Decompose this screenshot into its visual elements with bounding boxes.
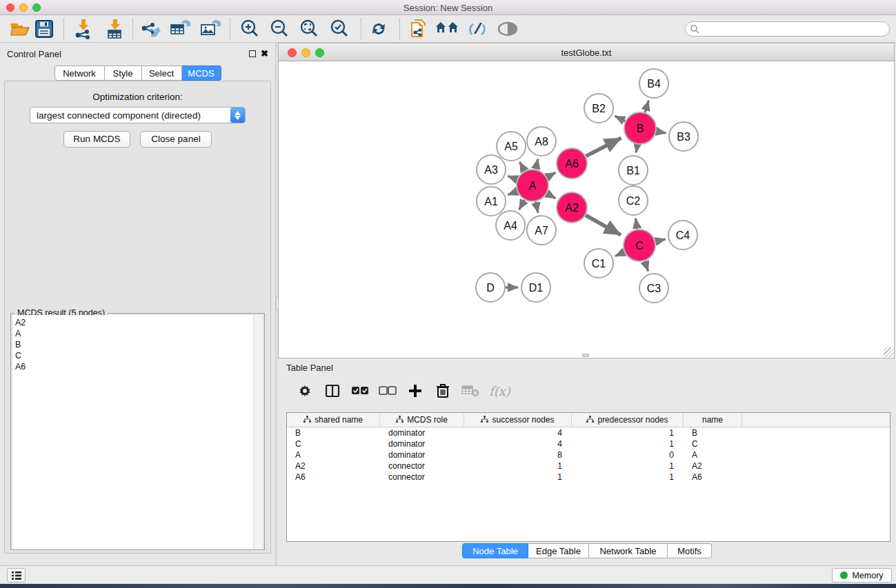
graph-node-C3[interactable]: C3: [639, 274, 668, 303]
deselect-all-rows-icon[interactable]: [379, 382, 397, 400]
graph-edge-B-B3[interactable]: [657, 131, 666, 133]
column-header-predecessor-nodes[interactable]: predecessor nodes: [572, 413, 684, 427]
search-input[interactable]: [699, 23, 889, 35]
graph-node-B2[interactable]: B2: [584, 94, 613, 123]
result-item[interactable]: A2: [15, 317, 254, 328]
mcds-result-list[interactable]: A2ABCA6: [12, 315, 255, 549]
graph-edge-A2-C[interactable]: [586, 215, 621, 235]
graph-edge-B-B1[interactable]: [636, 145, 637, 153]
table-row[interactable]: A2connector11A2: [287, 460, 890, 472]
graph-node-A[interactable]: A: [517, 170, 548, 201]
result-item[interactable]: A6: [15, 361, 254, 372]
result-item[interactable]: A: [15, 328, 254, 339]
close-panel-icon[interactable]: ✖: [261, 48, 268, 59]
graph-edge-A-A2[interactable]: [547, 194, 556, 199]
show-columns-icon[interactable]: [323, 382, 341, 400]
graph-node-A5[interactable]: A5: [497, 132, 526, 161]
close-panel-button[interactable]: Close panel: [140, 131, 212, 148]
graph-edge-B-B4[interactable]: [645, 101, 648, 112]
memory-button[interactable]: Memory: [832, 568, 892, 582]
graph-edge-B-B2[interactable]: [615, 116, 625, 121]
graph-node-A4[interactable]: A4: [496, 211, 525, 240]
show-graphics-details-icon[interactable]: [495, 17, 520, 41]
save-session-icon[interactable]: [32, 17, 57, 41]
network-document-icon[interactable]: [406, 17, 431, 41]
graph-node-C2[interactable]: C2: [619, 186, 648, 215]
graph-node-A1[interactable]: A1: [477, 187, 506, 216]
graph-node-C[interactable]: C: [624, 230, 655, 261]
graph-node-D[interactable]: D: [476, 273, 505, 302]
graph-node-B[interactable]: B: [624, 112, 656, 144]
graph-edge-A-A3[interactable]: [508, 176, 517, 179]
import-network-icon[interactable]: [70, 17, 95, 41]
column-header-MCDS-role[interactable]: MCDS role: [380, 413, 464, 427]
table-row[interactable]: Adominator80A: [287, 449, 890, 460]
graph-edge-A-A6[interactable]: [547, 172, 556, 177]
tab-network-table[interactable]: Network Table: [589, 543, 668, 558]
graph-node-C4[interactable]: C4: [668, 221, 697, 250]
graph-node-A6[interactable]: A6: [557, 148, 587, 179]
export-image-icon[interactable]: [198, 17, 223, 41]
column-header-successor-nodes[interactable]: successor nodes: [464, 413, 572, 427]
refresh-layout-icon[interactable]: [366, 17, 391, 41]
open-file-icon[interactable]: [8, 17, 32, 41]
run-mcds-button[interactable]: Run MCDS: [63, 131, 130, 148]
delete-table-icon[interactable]: [461, 382, 479, 400]
graph-node-B1[interactable]: B1: [619, 156, 648, 185]
graph-node-D1[interactable]: D1: [521, 273, 550, 302]
tab-network[interactable]: Network: [54, 65, 105, 81]
tab-edge-table[interactable]: Edge Table: [528, 543, 589, 558]
graph-node-A7[interactable]: A7: [527, 216, 556, 245]
add-column-icon[interactable]: [406, 382, 424, 400]
home-cybrowser-icon[interactable]: [435, 17, 459, 41]
table-row[interactable]: Bdominator41B: [287, 427, 890, 438]
result-list-scrollbar[interactable]: [253, 315, 263, 549]
graph-edge-C-C2[interactable]: [636, 219, 637, 229]
graph-node-C1[interactable]: C1: [584, 249, 613, 278]
graph-edge-C-C4[interactable]: [655, 239, 665, 241]
graph-edge-C-C1[interactable]: [615, 252, 624, 256]
graph-edge-A6-B[interactable]: [586, 138, 621, 156]
network-canvas[interactable]: B4B2BB3A5A8A6A3B1AA1C2A2A4A7C4CC1C3DD1: [278, 61, 895, 358]
graph-edge-A-A7[interactable]: [536, 202, 538, 213]
criterion-dropdown[interactable]: largest connected component (directed): [30, 107, 246, 123]
graph-node-A3[interactable]: A3: [477, 155, 506, 184]
task-history-button[interactable]: [7, 568, 26, 582]
import-table-icon[interactable]: [102, 17, 127, 41]
table-settings-icon[interactable]: [296, 382, 314, 400]
network-resize-grip[interactable]: [884, 347, 893, 357]
hide-labels-icon[interactable]: [464, 17, 489, 41]
network-graph[interactable]: B4B2BB3A5A8A6A3B1AA1C2A2A4A7C4CC1C3DD1: [279, 61, 894, 357]
zoom-selected-icon[interactable]: [327, 17, 352, 41]
zoom-out-icon[interactable]: [267, 17, 292, 41]
result-item[interactable]: B: [15, 339, 254, 350]
float-panel-icon[interactable]: [249, 50, 256, 57]
delete-columns-icon[interactable]: [434, 382, 452, 400]
graph-edge-A-A1[interactable]: [508, 192, 517, 195]
function-builder-icon[interactable]: f(x): [489, 384, 510, 398]
network-window-titlebar[interactable]: testGlobe.txt: [278, 43, 895, 61]
graph-edge-C-C3[interactable]: [645, 261, 648, 272]
zoom-fit-icon[interactable]: [297, 17, 321, 41]
graph-node-A2[interactable]: A2: [557, 192, 587, 223]
network-scroll-thumb[interactable]: [582, 354, 589, 357]
tab-node-table[interactable]: Node Table: [462, 543, 528, 558]
result-item[interactable]: C: [15, 350, 254, 361]
graph-node-B3[interactable]: B3: [669, 122, 698, 151]
tab-mcds[interactable]: MCDS: [182, 65, 221, 81]
table-row[interactable]: Cdominator41C: [287, 438, 890, 449]
search-field[interactable]: [685, 21, 890, 37]
tab-motifs[interactable]: Motifs: [668, 543, 712, 558]
zoom-in-icon[interactable]: [237, 17, 262, 41]
export-network-icon[interactable]: [138, 17, 163, 41]
graph-edge-A-A5[interactable]: [519, 162, 524, 171]
tab-style[interactable]: Style: [105, 65, 142, 81]
column-header-shared-name[interactable]: shared name: [287, 413, 380, 427]
table-row[interactable]: A6connector11A6: [287, 472, 890, 483]
graph-edge-A-A4[interactable]: [519, 200, 525, 210]
graph-node-A8[interactable]: A8: [527, 127, 556, 156]
graph-node-B4[interactable]: B4: [639, 69, 668, 98]
column-header-name[interactable]: name: [684, 413, 742, 427]
graph-edge-A-A8[interactable]: [536, 159, 538, 169]
export-table-icon[interactable]: [168, 17, 192, 41]
